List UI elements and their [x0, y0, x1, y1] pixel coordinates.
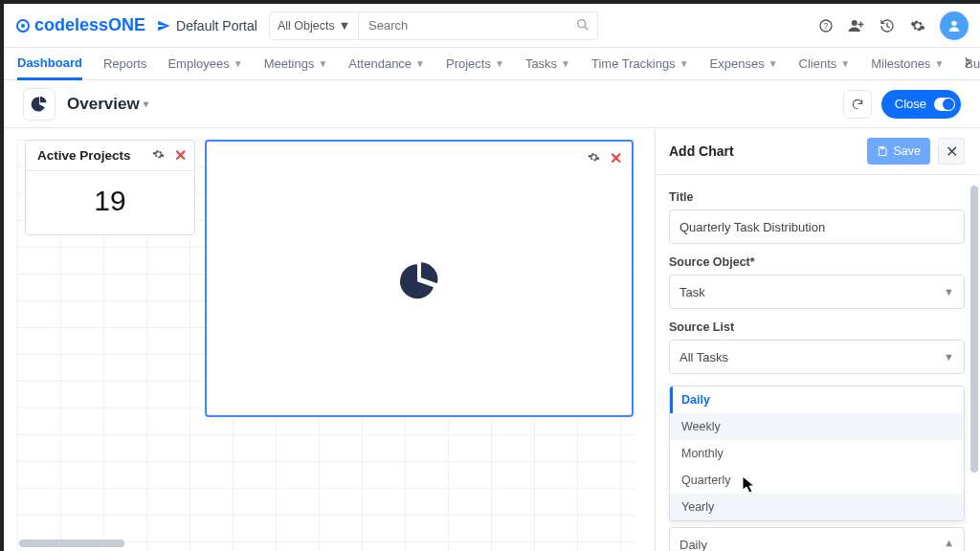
toggle-switch	[934, 98, 955, 111]
search-icon[interactable]	[575, 17, 590, 36]
search-scope-select[interactable]: All Objects ▼	[269, 11, 359, 40]
svg-point-2	[578, 19, 586, 27]
tab-tasks[interactable]: Tasks▼	[525, 56, 570, 71]
panel-title: Add Chart	[669, 143, 734, 159]
tab-time-trackings[interactable]: Time Trackings▼	[591, 56, 689, 71]
save-label: Save	[894, 144, 922, 158]
page-title[interactable]: Overview ▾	[67, 95, 148, 114]
panel-close-button[interactable]: ✕	[938, 138, 965, 165]
caret-down-icon: ▼	[318, 58, 327, 69]
period-select[interactable]: Daily ▼	[669, 527, 965, 551]
tab-attendance[interactable]: Attendance▼	[348, 56, 425, 71]
panel-scrollbar[interactable]	[970, 186, 978, 473]
period-option-weekly[interactable]: Weekly	[670, 413, 964, 440]
widget-value: 19	[26, 171, 194, 217]
caret-down-icon: ▼	[840, 58, 850, 69]
settings-icon[interactable]	[909, 17, 926, 34]
period-option-yearly[interactable]: Yearly	[670, 494, 964, 520]
refresh-button[interactable]	[843, 90, 872, 119]
save-icon	[877, 145, 888, 157]
search-scope-label: All Objects	[278, 19, 335, 33]
close-label: Close	[895, 97, 926, 111]
pie-chart-icon	[30, 95, 49, 114]
widget-remove-icon[interactable]: ✕	[610, 149, 622, 167]
source-object-select[interactable]: Task ▼	[669, 275, 965, 309]
logo-icon	[15, 18, 31, 33]
svg-point-9	[951, 20, 956, 25]
logo-text: codelessONE	[34, 15, 145, 35]
period-option-quarterly[interactable]: Quarterly	[670, 467, 964, 494]
widget-new-chart[interactable]: ✕	[205, 140, 634, 417]
caret-down-icon: ▼	[561, 58, 570, 69]
caret-down-icon: ▼	[495, 58, 504, 69]
chart-title-input[interactable]	[669, 209, 965, 244]
history-icon[interactable]	[879, 17, 896, 34]
period-dropdown-open: DailyWeeklyMonthlyQuarterlyYearly Daily …	[669, 386, 965, 551]
source-object-value: Task	[679, 285, 705, 299]
source-list-value: All Tasks	[679, 350, 728, 364]
svg-point-1	[21, 24, 25, 28]
nav-tabs: DashboardReportsEmployees▼Meetings▼Atten…	[4, 48, 980, 80]
field-label-title: Title	[669, 190, 965, 204]
add-user-icon[interactable]	[848, 17, 865, 34]
save-button[interactable]: Save	[867, 138, 931, 165]
caret-down-icon: ▼	[679, 58, 689, 69]
pie-chart-icon	[396, 258, 442, 308]
send-icon	[157, 19, 170, 33]
caret-down-icon: ▼	[234, 58, 243, 69]
horizontal-scrollbar[interactable]	[19, 540, 124, 547]
period-value: Daily	[679, 538, 707, 552]
field-label-source-object: Source Object*	[669, 255, 965, 269]
svg-text:?: ?	[824, 21, 829, 31]
chevron-down-icon: ▼	[944, 286, 954, 298]
svg-point-6	[852, 20, 858, 26]
period-option-monthly[interactable]: Monthly	[670, 440, 964, 467]
chevron-up-icon: ▼	[944, 539, 954, 550]
svg-rect-10	[880, 147, 884, 150]
caret-down-icon: ▾	[144, 99, 148, 109]
widget-settings-icon[interactable]	[588, 150, 600, 167]
svg-line-3	[585, 27, 588, 30]
refresh-icon	[851, 98, 864, 111]
tab-projects[interactable]: Projects▼	[446, 56, 504, 71]
help-icon[interactable]: ?	[817, 17, 835, 34]
user-avatar[interactable]	[940, 11, 969, 40]
widget-settings-icon[interactable]	[152, 147, 165, 165]
widget-title: Active Projects	[33, 148, 131, 163]
tab-employees[interactable]: Employees▼	[167, 56, 242, 71]
widget-remove-icon[interactable]: ✕	[174, 146, 187, 165]
period-option-daily[interactable]: Daily	[670, 386, 964, 413]
widget-active-projects[interactable]: Active Projects ✕ 19	[25, 140, 195, 235]
page-title-text: Overview	[67, 95, 140, 114]
close-toggle[interactable]: Close	[881, 90, 961, 119]
add-chart-panel: Add Chart Save ✕ Title Source Object* Ta…	[655, 128, 978, 551]
caret-down-icon: ▼	[415, 58, 425, 69]
caret-down-icon: ▼	[768, 58, 778, 69]
portal-selector[interactable]: Default Portal	[157, 18, 257, 33]
field-label-source-list: Source List	[669, 320, 965, 334]
caret-down-icon: ▼	[934, 58, 944, 69]
app-logo[interactable]: codelessONE	[15, 15, 145, 35]
tab-milestones[interactable]: Milestones▼	[871, 56, 944, 71]
search-input[interactable]	[359, 11, 598, 40]
tab-reports[interactable]: Reports	[103, 56, 147, 71]
page-icon	[23, 88, 56, 121]
tab-clients[interactable]: Clients▼	[799, 56, 851, 71]
source-list-select[interactable]: All Tasks ▼	[669, 340, 965, 374]
tab-dashboard[interactable]: Dashboard	[17, 48, 82, 80]
tabs-scroll-right[interactable]	[961, 55, 974, 72]
portal-name: Default Portal	[176, 18, 257, 33]
caret-down-icon: ▼	[339, 19, 350, 33]
tab-meetings[interactable]: Meetings▼	[264, 56, 328, 71]
tab-expenses[interactable]: Expenses▼	[710, 56, 778, 71]
chevron-down-icon: ▼	[944, 351, 954, 363]
